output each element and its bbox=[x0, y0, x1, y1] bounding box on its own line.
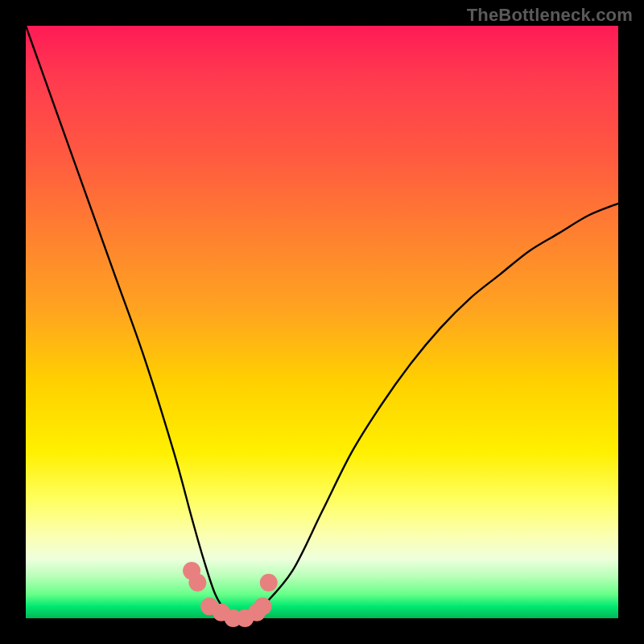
watermark-text: TheBottleneck.com bbox=[467, 5, 633, 26]
bottleneck-curve-line bbox=[26, 26, 618, 619]
outer-frame: TheBottleneck.com bbox=[0, 0, 644, 644]
chart-svg bbox=[26, 26, 618, 618]
optimal-marker-dot bbox=[254, 597, 271, 615]
optimal-marker-dot bbox=[188, 574, 206, 592]
optimal-band-dots bbox=[183, 562, 278, 627]
optimal-marker-dot bbox=[260, 574, 278, 592]
bottleneck-chart bbox=[26, 26, 618, 618]
